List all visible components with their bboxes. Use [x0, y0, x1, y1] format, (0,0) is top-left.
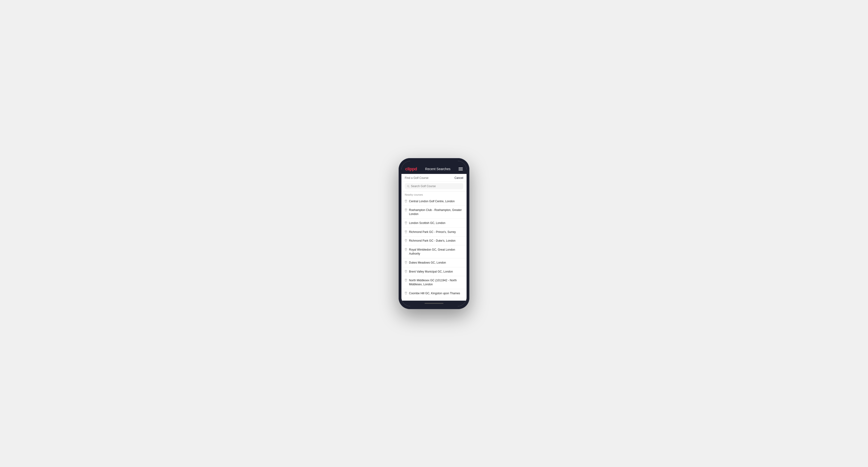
search-input[interactable] — [411, 185, 461, 188]
list-item[interactable]: Roehampton Club - Roehampton, Greater Lo… — [401, 206, 467, 219]
menu-line-2 — [459, 169, 463, 169]
find-header: Find a Golf Course Cancel — [401, 174, 467, 182]
list-item[interactable]: North Middlesex GC (1011942 - North Midd… — [401, 276, 467, 289]
nav-bar: clippd Recent Searches — [401, 164, 467, 174]
list-item[interactable]: London Scottish GC, London — [401, 219, 467, 228]
course-name: Coombe Hill GC, Kingston upon Thames — [409, 291, 460, 295]
course-list: Central London Golf Centre, London Roeha… — [401, 197, 467, 298]
svg-point-7 — [406, 249, 406, 249]
menu-icon[interactable] — [459, 167, 463, 170]
svg-point-3 — [406, 209, 406, 210]
svg-point-2 — [406, 200, 406, 201]
location-pin-icon — [405, 292, 407, 295]
search-input-wrapper[interactable] — [405, 183, 463, 189]
menu-line-3 — [459, 170, 463, 170]
course-name: Dukes Meadows GC, London — [409, 261, 446, 265]
list-item[interactable]: Richmond Park GC - Duke's, London — [401, 237, 467, 245]
cancel-button[interactable]: Cancel — [455, 176, 463, 180]
find-label: Find a Golf Course — [405, 176, 429, 180]
location-pin-icon — [405, 230, 407, 234]
course-name: Richmond Park GC - Prince's, Surrey — [409, 230, 456, 234]
list-item[interactable]: Coombe Hill GC, Kingston upon Thames — [401, 289, 467, 298]
svg-point-4 — [406, 222, 406, 222]
home-indicator — [401, 301, 467, 306]
home-bar — [425, 303, 443, 304]
location-pin-icon — [405, 221, 407, 224]
course-name: Roehampton Club - Roehampton, Greater Lo… — [409, 208, 463, 216]
svg-point-10 — [406, 279, 406, 280]
svg-line-1 — [409, 187, 409, 187]
course-name: North Middlesex GC (1011942 - North Midd… — [409, 278, 463, 286]
svg-point-6 — [406, 240, 406, 241]
list-item[interactable]: Royal Wimbledon GC, Great London Authori… — [401, 245, 467, 258]
nearby-label: Nearby courses — [401, 191, 467, 197]
nav-title: Recent Searches — [425, 167, 450, 171]
course-name: Richmond Park GC - Duke's, London — [409, 239, 456, 243]
content-area: Find a Golf Course Cancel Nearby courses — [401, 174, 467, 301]
svg-point-11 — [406, 292, 406, 293]
course-name: Central London Golf Centre, London — [409, 199, 455, 204]
status-bar — [401, 161, 467, 164]
list-item[interactable]: Richmond Park GC - Prince's, Surrey — [401, 228, 467, 237]
svg-point-8 — [406, 261, 406, 262]
search-bar-container — [401, 182, 467, 191]
location-pin-icon — [405, 199, 407, 203]
menu-line-1 — [459, 167, 463, 168]
location-pin-icon — [405, 279, 407, 282]
phone-frame: clippd Recent Searches Find a Golf Cours… — [399, 158, 469, 309]
nearby-section: Nearby courses Central London Golf Centr… — [401, 191, 467, 301]
search-icon — [407, 185, 409, 188]
list-item[interactable]: Dukes Meadows GC, London — [401, 258, 467, 268]
app-logo: clippd — [405, 166, 417, 172]
svg-point-9 — [406, 271, 406, 271]
course-name: London Scottish GC, London — [409, 221, 445, 225]
location-pin-icon — [405, 270, 407, 273]
list-item[interactable]: Brent Valley Municipal GC, London — [401, 268, 467, 276]
location-pin-icon — [405, 248, 407, 251]
location-pin-icon — [405, 208, 407, 212]
location-pin-icon — [405, 239, 407, 242]
phone-screen: clippd Recent Searches Find a Golf Cours… — [401, 161, 467, 306]
course-name: Brent Valley Municipal GC, London — [409, 270, 453, 274]
list-item[interactable]: Central London Golf Centre, London — [401, 197, 467, 206]
course-name: Royal Wimbledon GC, Great London Authori… — [409, 248, 463, 256]
location-pin-icon — [405, 261, 407, 264]
svg-point-5 — [406, 231, 406, 231]
